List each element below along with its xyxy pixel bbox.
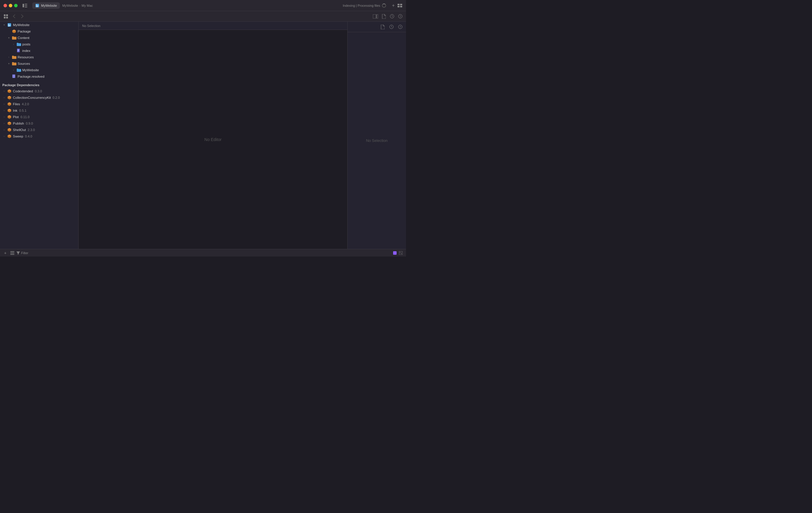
svg-rect-0 xyxy=(23,4,24,7)
close-button[interactable] xyxy=(3,4,7,7)
grid-view-button[interactable] xyxy=(2,13,9,20)
chevron-plot xyxy=(2,115,6,119)
breadcrumb-sep1: › xyxy=(79,4,80,7)
sidebar-item-package[interactable]: Package xyxy=(0,28,78,35)
inspector-help-button[interactable]: ? xyxy=(397,24,404,30)
chevron-mywebsite xyxy=(2,23,6,27)
sidebar-item-mywebsite-sub[interactable]: MyWebsite xyxy=(0,67,78,73)
sidebar-toggle-button[interactable] xyxy=(22,3,28,8)
plot-icon xyxy=(7,115,12,119)
sidebar-item-codextended[interactable]: Codextended 0.3.0 xyxy=(0,88,78,94)
add-tab-button[interactable]: + xyxy=(391,3,396,8)
sources-label: Sources xyxy=(18,62,30,65)
svg-rect-6 xyxy=(36,6,38,6)
sources-folder-icon xyxy=(12,61,17,66)
sidebar-item-content[interactable]: Content xyxy=(0,35,78,41)
mywebsite-sub-label: MyWebsite xyxy=(22,68,39,72)
chevron-content xyxy=(7,36,10,39)
publish-label: Publish 0.9.0 xyxy=(13,122,33,125)
content-folder-icon xyxy=(12,35,17,40)
sidebar-item-plot[interactable]: Plot 0.11.0 xyxy=(0,114,78,120)
sidebar-item-collectionconcurrencykit[interactable]: CollectionConcurrencyKit 0.2.0 xyxy=(0,94,78,101)
svg-rect-24 xyxy=(8,26,10,26)
sidebar-item-mywebsite-root[interactable]: MyWebsite xyxy=(0,22,78,28)
svg-rect-23 xyxy=(8,25,10,26)
sidebar-item-index[interactable]: index xyxy=(0,48,78,54)
sidebar-item-posts[interactable]: posts xyxy=(0,41,78,48)
shellout-icon xyxy=(7,127,12,132)
sidebar-item-files[interactable]: Files 4.2.0 xyxy=(0,101,78,107)
chevron-mywebsite-sub xyxy=(12,68,15,72)
inspector-clock-button[interactable] xyxy=(388,24,395,30)
editor-no-selection: No Selection xyxy=(82,24,100,28)
package-resolved-label: Package.resolved xyxy=(18,75,44,78)
statusbar-expand-button[interactable] xyxy=(398,250,404,255)
breadcrumb: MyWebsite › My Mac xyxy=(62,4,93,7)
svg-rect-66 xyxy=(399,251,403,255)
statusbar-left: + Filter xyxy=(2,250,28,255)
sidebar-item-shellout[interactable]: ShellOut 2.3.0 xyxy=(0,127,78,133)
svg-rect-64 xyxy=(10,253,14,253)
statusbar: + Filter xyxy=(0,249,406,256)
statusbar-list-button[interactable] xyxy=(9,250,15,255)
sidebar-item-package-resolved[interactable]: Package.resolved xyxy=(0,73,78,80)
package-dependencies-label: Package Dependencies xyxy=(2,83,39,87)
svg-rect-5 xyxy=(36,5,37,5)
titlebar-actions: + xyxy=(391,3,403,8)
inspector-toggle-button[interactable] xyxy=(372,13,379,20)
resources-label: Resources xyxy=(18,55,34,59)
collectionconcurrencykit-label: CollectionConcurrencyKit 0.2.0 xyxy=(13,96,60,99)
svg-rect-7 xyxy=(36,6,38,7)
svg-rect-2 xyxy=(25,5,27,6)
posts-folder-icon xyxy=(17,42,21,47)
project-tab[interactable]: MyWebsite xyxy=(32,2,60,9)
svg-rect-3 xyxy=(25,7,27,7)
clock-icon-button[interactable] xyxy=(388,13,396,20)
chevron-posts xyxy=(12,42,15,46)
plot-label: Plot 0.11.0 xyxy=(13,115,30,119)
forward-button[interactable] xyxy=(19,13,26,20)
codextended-label: Codextended 0.3.0 xyxy=(13,89,42,93)
svg-rect-17 xyxy=(377,14,378,19)
inspector-main: No Selection xyxy=(348,32,406,249)
svg-rect-13 xyxy=(6,14,8,16)
sidebar-item-sources[interactable]: Sources xyxy=(0,60,78,67)
svg-text:?: ? xyxy=(399,15,401,18)
indexing-status: Indexing | Processing files xyxy=(343,3,386,8)
no-editor-label: No Editor xyxy=(204,137,222,142)
chevron-resources xyxy=(7,55,10,59)
chevron-codextended xyxy=(2,89,6,93)
breadcrumb-project: MyWebsite xyxy=(62,4,78,7)
chevron-publish xyxy=(2,122,6,125)
breadcrumb-device: My Mac xyxy=(82,4,93,7)
indexing-label: Indexing | Processing files xyxy=(343,4,380,7)
svg-rect-1 xyxy=(25,4,27,4)
sidebar-item-resources[interactable]: Resources xyxy=(0,54,78,60)
file-icon-button[interactable] xyxy=(380,13,387,20)
indexing-spinner xyxy=(382,3,386,8)
statusbar-add-button[interactable]: + xyxy=(2,250,8,255)
statusbar-right xyxy=(393,250,404,255)
svg-text:?: ? xyxy=(399,26,401,28)
purple-indicator xyxy=(393,251,397,255)
sidebar-item-ink[interactable]: Ink 0.5.1 xyxy=(0,107,78,114)
inspector-file-button[interactable] xyxy=(379,24,386,30)
sweep-label: Sweep 0.4.0 xyxy=(13,134,32,138)
content-label: Content xyxy=(18,36,29,39)
ink-icon xyxy=(7,108,12,113)
sidebar-item-publish[interactable]: Publish 0.9.0 xyxy=(0,120,78,127)
help-icon-button[interactable]: ? xyxy=(397,13,404,20)
back-button[interactable] xyxy=(10,13,18,20)
chevron-ink xyxy=(2,109,6,112)
chevron-collectionconcurrencykit xyxy=(2,96,6,99)
svg-rect-10 xyxy=(398,6,400,7)
inspector-panel: ? No Selection xyxy=(347,22,406,249)
statusbar-filter[interactable]: Filter xyxy=(17,251,28,255)
minimize-button[interactable] xyxy=(9,4,12,7)
sidebar-item-sweep[interactable]: Sweep 0.4.0 xyxy=(0,133,78,140)
svg-rect-11 xyxy=(400,6,402,7)
svg-rect-15 xyxy=(6,17,8,19)
chevron-sources xyxy=(7,62,10,65)
layout-button[interactable] xyxy=(397,3,403,8)
maximize-button[interactable] xyxy=(14,4,18,7)
